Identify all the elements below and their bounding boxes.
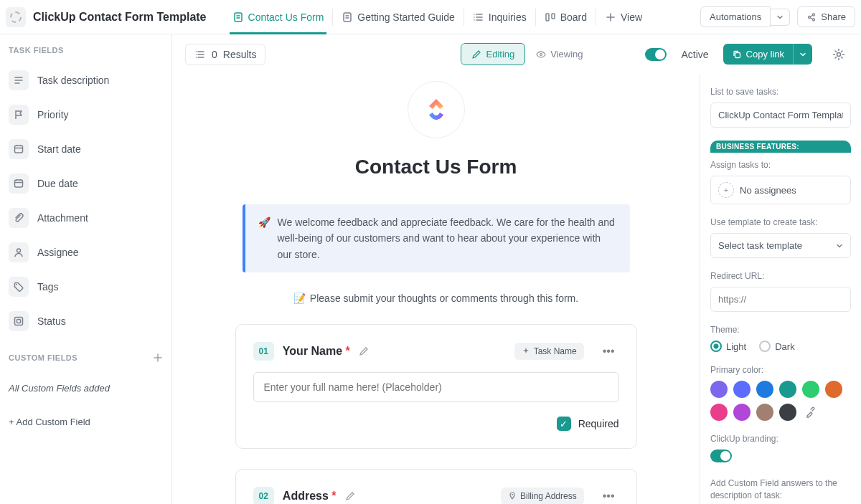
svg-rect-1 xyxy=(344,13,351,22)
redirect-input[interactable] xyxy=(710,287,851,312)
active-label: Active xyxy=(681,49,708,60)
field-type-chip[interactable]: Task Name xyxy=(514,343,584,360)
color-swatches xyxy=(710,381,851,421)
copy-link-dropdown[interactable] xyxy=(793,44,812,65)
svg-rect-2 xyxy=(546,14,549,21)
form-field-card[interactable]: 02 Address * Billing Address ••• xyxy=(235,469,637,504)
chevron-down-icon xyxy=(776,14,784,21)
calendar-icon xyxy=(9,173,29,194)
mode-toggle: Editing Viewing xyxy=(461,43,593,65)
automations-button[interactable]: Automations xyxy=(700,6,771,27)
gear-icon xyxy=(832,48,845,61)
active-toggle[interactable] xyxy=(645,48,667,61)
results-count: 0 xyxy=(212,49,217,60)
plus-icon[interactable] xyxy=(153,353,163,363)
viewing-button[interactable]: Viewing xyxy=(525,43,593,65)
edit-name-button[interactable] xyxy=(359,346,369,356)
edit-name-button[interactable] xyxy=(345,491,355,501)
custom-fields-empty-text: All Custom Fields added xyxy=(0,371,171,405)
color-swatch[interactable] xyxy=(802,381,819,398)
tab-inquiries[interactable]: Inquiries xyxy=(464,0,535,34)
theme-light-option[interactable]: Light xyxy=(710,341,746,352)
sidebar: TASK FIELDS Task description Priority St… xyxy=(0,34,172,504)
subline-text: Please submit your thoughts or comments … xyxy=(310,293,578,304)
svg-rect-7 xyxy=(15,146,23,153)
form-logo[interactable] xyxy=(408,81,465,138)
tab-contact-us-form[interactable]: Contact Us Form xyxy=(224,0,333,34)
svg-rect-8 xyxy=(15,180,23,187)
form-subline[interactable]: 📝 Please submit your thoughts or comment… xyxy=(293,293,578,304)
theme-dark-option[interactable]: Dark xyxy=(759,341,794,352)
field-label: Attachment xyxy=(37,212,88,224)
color-swatch[interactable] xyxy=(733,381,751,398)
color-swatch[interactable] xyxy=(710,404,728,421)
add-custom-field-button[interactable]: + Add Custom Field xyxy=(0,405,171,439)
branding-toggle[interactable] xyxy=(710,450,732,462)
color-swatch[interactable] xyxy=(825,381,842,398)
color-swatch[interactable] xyxy=(779,404,796,421)
color-swatch[interactable] xyxy=(756,381,773,398)
person-icon xyxy=(9,242,29,262)
field-priority[interactable]: Priority xyxy=(0,98,171,132)
results-button[interactable]: 0 Results xyxy=(185,44,265,65)
chevron-down-icon xyxy=(799,51,806,58)
more-button[interactable]: ••• xyxy=(598,345,619,358)
automations-dropdown[interactable] xyxy=(771,9,790,26)
field-tags[interactable]: Tags xyxy=(0,270,171,304)
form-icon xyxy=(232,11,244,23)
clickup-logo-icon xyxy=(421,95,451,125)
tab-label: Board xyxy=(560,11,587,23)
tab-board[interactable]: Board xyxy=(536,0,596,34)
more-button[interactable]: ••• xyxy=(598,490,619,503)
field-task-description[interactable]: Task description xyxy=(0,63,171,98)
color-swatch[interactable] xyxy=(756,404,773,421)
assignee-selector[interactable]: + No assignees xyxy=(710,176,851,204)
memo-emoji: 📝 xyxy=(293,293,306,304)
settings-button[interactable] xyxy=(829,45,848,64)
space-icon[interactable] xyxy=(6,7,26,27)
field-type-chip[interactable]: Billing Address xyxy=(501,488,584,504)
form-title[interactable]: Contact Us Form xyxy=(355,156,517,179)
field-status[interactable]: Status xyxy=(0,304,171,338)
form-field-card[interactable]: 01 Your Name * Task Name ••• ✓ xyxy=(235,324,637,449)
list-to-save-input[interactable] xyxy=(710,103,851,128)
template-select[interactable]: Select task template xyxy=(710,233,851,258)
tab-getting-started[interactable]: Getting Started Guide xyxy=(333,0,463,34)
share-button[interactable]: Share xyxy=(797,6,855,27)
field-start-date[interactable]: Start date xyxy=(0,132,171,166)
rocket-emoji: 🚀 xyxy=(258,214,270,262)
svg-point-4 xyxy=(809,16,811,18)
field-placeholder-input[interactable] xyxy=(253,372,619,402)
color-swatch[interactable] xyxy=(710,381,728,398)
copy-icon xyxy=(732,49,742,60)
tab-label: Contact Us Form xyxy=(248,11,324,23)
required-checkbox[interactable]: ✓ xyxy=(557,417,571,431)
list-icon xyxy=(473,11,484,23)
chevron-down-icon xyxy=(836,242,843,249)
editing-button[interactable]: Editing xyxy=(461,43,525,65)
svg-point-5 xyxy=(813,14,815,16)
list-icon xyxy=(194,49,206,60)
eyedropper-button[interactable] xyxy=(802,404,819,421)
list-to-save-label: List to save tasks: xyxy=(710,87,851,97)
right-panel: List to save tasks: BUSINESS FEATURES: A… xyxy=(700,74,861,504)
svg-point-6 xyxy=(813,19,815,21)
color-swatch[interactable] xyxy=(733,404,751,421)
person-icon: + xyxy=(718,182,734,198)
field-assignee[interactable]: Assignee xyxy=(0,235,171,270)
center-toolbar: 0 Results Editing Viewing Active xyxy=(172,34,861,74)
tab-label: Getting Started Guide xyxy=(357,11,454,23)
form-intro[interactable]: 🚀 We welcome feedback and appreciate fee… xyxy=(243,204,630,272)
color-swatch[interactable] xyxy=(779,381,796,398)
add-view-button[interactable]: View xyxy=(596,0,651,34)
eyedropper-icon xyxy=(805,406,817,418)
pencil-icon xyxy=(345,491,355,501)
copy-link-button[interactable]: Copy link xyxy=(723,44,793,65)
field-due-date[interactable]: Due date xyxy=(0,166,171,201)
field-label: Task description xyxy=(37,75,109,86)
page-title: ClickUp Contact Form Template xyxy=(33,11,207,24)
field-attachment[interactable]: Attachment xyxy=(0,201,171,235)
svg-point-9 xyxy=(17,249,21,252)
eye-icon xyxy=(536,49,546,60)
doc-icon xyxy=(342,11,353,23)
